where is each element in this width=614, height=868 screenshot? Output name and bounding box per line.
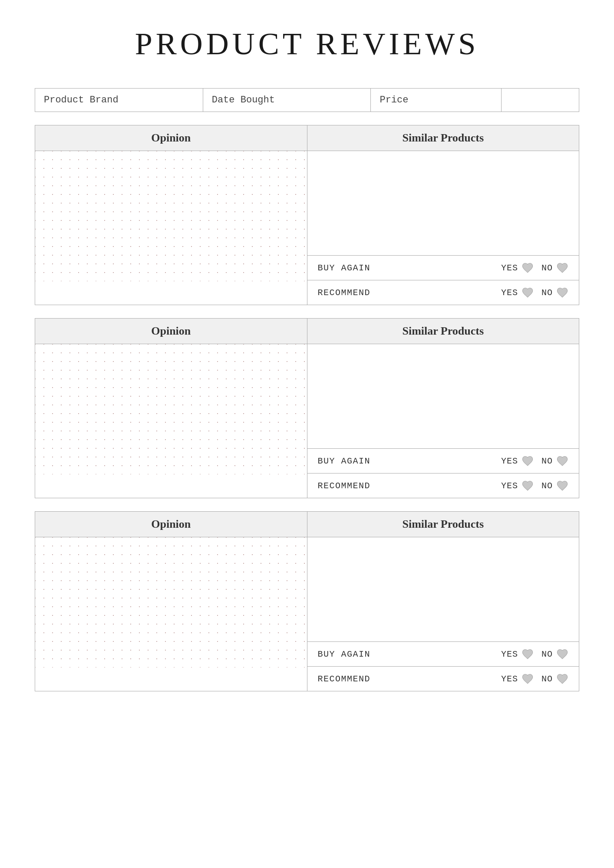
recommend-yes-3[interactable]: YES	[501, 673, 534, 685]
opinion-col-1: Opinion	[35, 125, 307, 305]
recommend-no-2[interactable]: NO	[541, 480, 568, 492]
no-heart-icon-1[interactable]	[556, 262, 568, 274]
rec-no-heart-icon-3[interactable]	[556, 673, 568, 685]
review-columns-3: Opinion Similar Products BUY AGAIN YES N…	[35, 512, 579, 691]
yes-text-1: YES	[501, 263, 518, 273]
buy-again-yes-1[interactable]: YES	[501, 262, 534, 274]
header-spacer	[502, 89, 579, 112]
recommend-label-1: RECOMMEND	[318, 288, 501, 298]
yes-text-2: YES	[501, 456, 518, 466]
rec-yes-text-2: YES	[501, 481, 518, 491]
page-title: PRODUCT REVIEWS	[35, 26, 579, 62]
similar-header-1: Similar Products	[307, 125, 579, 151]
opinion-header-2: Opinion	[35, 319, 307, 344]
recommend-row-2: RECOMMEND YES NO	[307, 473, 579, 498]
recommend-row-1: RECOMMEND YES NO	[307, 280, 579, 305]
buy-again-options-2: YES NO	[501, 455, 568, 467]
rec-yes-heart-icon-1[interactable]	[522, 286, 534, 299]
buy-again-label-3: BUY AGAIN	[318, 649, 501, 659]
rec-yes-text-3: YES	[501, 674, 518, 684]
review-block-3: Opinion Similar Products BUY AGAIN YES N…	[35, 511, 579, 691]
rec-no-heart-icon-2[interactable]	[556, 480, 568, 492]
buy-again-yes-2[interactable]: YES	[501, 455, 534, 467]
buy-again-options-3: YES NO	[501, 648, 568, 660]
yes-heart-icon-1[interactable]	[522, 262, 534, 274]
brand-header: Product Brand	[35, 89, 203, 112]
buy-again-label-2: BUY AGAIN	[318, 456, 501, 466]
similar-col-3: Similar Products BUY AGAIN YES NO RECOMM…	[307, 512, 579, 691]
recommend-options-3: YES NO	[501, 673, 568, 685]
opinion-header-3: Opinion	[35, 512, 307, 537]
opinion-dotted-area-2[interactable]	[35, 344, 307, 474]
review-columns-1: Opinion Similar Products BUY AGAIN YES N…	[35, 125, 579, 305]
opinion-col-2: Opinion	[35, 319, 307, 498]
no-text-2: NO	[541, 456, 553, 466]
rec-yes-heart-icon-3[interactable]	[522, 673, 534, 685]
no-text-3: NO	[541, 649, 553, 659]
similar-content-1[interactable]	[307, 151, 579, 255]
buy-again-row-1: BUY AGAIN YES NO	[307, 255, 579, 280]
similar-col-1: Similar Products BUY AGAIN YES NO RECOMM…	[307, 125, 579, 305]
rec-no-text-1: NO	[541, 288, 553, 298]
opinion-dotted-area-3[interactable]	[35, 537, 307, 667]
yes-heart-icon-2[interactable]	[522, 455, 534, 467]
rec-no-heart-icon-1[interactable]	[556, 286, 568, 299]
buy-again-no-3[interactable]: NO	[541, 648, 568, 660]
opinion-header-1: Opinion	[35, 125, 307, 151]
rec-yes-text-1: YES	[501, 288, 518, 298]
rec-no-text-2: NO	[541, 481, 553, 491]
similar-header-2: Similar Products	[307, 319, 579, 344]
recommend-label-2: RECOMMEND	[318, 481, 501, 491]
buy-again-row-3: BUY AGAIN YES NO	[307, 641, 579, 666]
review-block-2: Opinion Similar Products BUY AGAIN YES N…	[35, 318, 579, 498]
recommend-label-3: RECOMMEND	[318, 674, 501, 684]
buy-again-options-1: YES NO	[501, 262, 568, 274]
buy-again-no-1[interactable]: NO	[541, 262, 568, 274]
recommend-yes-2[interactable]: YES	[501, 480, 534, 492]
header-row: Product Brand Date Bought Price	[35, 88, 579, 112]
no-heart-icon-2[interactable]	[556, 455, 568, 467]
similar-col-2: Similar Products BUY AGAIN YES NO RECOMM…	[307, 319, 579, 498]
yes-text-3: YES	[501, 649, 518, 659]
buy-again-yes-3[interactable]: YES	[501, 648, 534, 660]
opinion-col-3: Opinion	[35, 512, 307, 691]
similar-content-3[interactable]	[307, 537, 579, 641]
yes-heart-icon-3[interactable]	[522, 648, 534, 660]
rec-no-text-3: NO	[541, 674, 553, 684]
review-block-1: Opinion Similar Products BUY AGAIN YES N…	[35, 125, 579, 305]
no-text-1: NO	[541, 263, 553, 273]
date-header: Date Bought	[203, 89, 371, 112]
opinion-dotted-area-1[interactable]	[35, 151, 307, 281]
buy-again-label-1: BUY AGAIN	[318, 263, 501, 273]
review-columns-2: Opinion Similar Products BUY AGAIN YES N…	[35, 319, 579, 498]
no-heart-icon-3[interactable]	[556, 648, 568, 660]
rec-yes-heart-icon-2[interactable]	[522, 480, 534, 492]
buy-again-no-2[interactable]: NO	[541, 455, 568, 467]
recommend-options-1: YES NO	[501, 286, 568, 299]
similar-header-3: Similar Products	[307, 512, 579, 537]
recommend-no-3[interactable]: NO	[541, 673, 568, 685]
recommend-row-3: RECOMMEND YES NO	[307, 666, 579, 691]
similar-content-2[interactable]	[307, 344, 579, 448]
price-header: Price	[371, 89, 501, 112]
recommend-no-1[interactable]: NO	[541, 286, 568, 299]
recommend-yes-1[interactable]: YES	[501, 286, 534, 299]
buy-again-row-2: BUY AGAIN YES NO	[307, 448, 579, 473]
recommend-options-2: YES NO	[501, 480, 568, 492]
